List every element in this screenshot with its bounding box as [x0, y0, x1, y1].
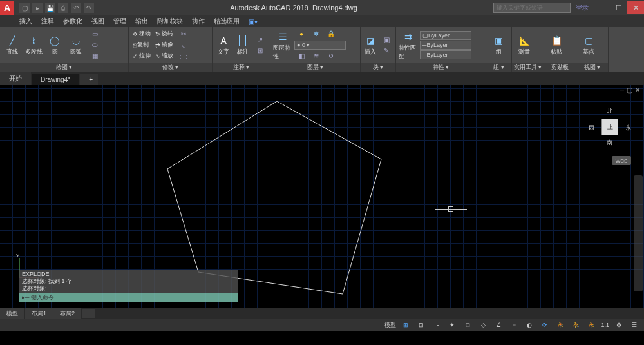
- command-input[interactable]: ▸─ 键入命令: [19, 293, 238, 302]
- viewcube-east[interactable]: 东: [625, 124, 631, 132]
- layer-match-icon[interactable]: ≋: [309, 51, 323, 61]
- layer-iso-icon[interactable]: ◧: [294, 51, 308, 61]
- layer-freeze-icon[interactable]: ❄: [309, 29, 323, 39]
- panel-draw-title[interactable]: 绘图 ▾: [0, 63, 128, 72]
- tab-layout1[interactable]: 布局1: [25, 308, 53, 319]
- viewcube-north[interactable]: 北: [607, 107, 612, 115]
- rotate-button[interactable]: ↻ 旋转: [154, 29, 175, 39]
- grid-toggle-icon[interactable]: ⊞: [400, 320, 412, 330]
- panel-props-title[interactable]: 特性 ▾: [396, 63, 486, 72]
- insert-button[interactable]: ◪插入: [363, 29, 377, 61]
- new-icon[interactable]: ▢: [19, 3, 30, 13]
- viewport-min-icon[interactable]: ─: [620, 86, 624, 94]
- tab-layout2[interactable]: 布局2: [53, 308, 81, 319]
- gear-icon[interactable]: ⚙: [613, 320, 625, 330]
- command-window[interactable]: EXPLODE选择对象: 找到 1 个选择对象: ▸─ 键入命令: [19, 270, 238, 302]
- group-button[interactable]: ▣组: [489, 29, 508, 61]
- viewcube-west[interactable]: 西: [589, 124, 594, 132]
- panel-group-title[interactable]: 组 ▾: [486, 63, 511, 72]
- drawing-canvas[interactable]: ─ ▢ ✕ 上 北 南 东 西 WCS YX EXPLODE选择对象: 找到 1…: [0, 85, 644, 308]
- layerprops-button[interactable]: ☰图层特性: [273, 29, 292, 61]
- array-icon[interactable]: ⋮⋮: [176, 51, 191, 61]
- tab-add-layout-icon[interactable]: +: [82, 309, 95, 318]
- person-icon[interactable]: ⛹: [554, 320, 566, 330]
- viewport-close-icon[interactable]: ✕: [635, 86, 640, 94]
- viewcube[interactable]: 上 北 南 东 西: [587, 104, 632, 150]
- panel-block-title[interactable]: 块 ▾: [361, 63, 395, 72]
- circle-button[interactable]: ◯圆: [45, 29, 64, 61]
- tab-model[interactable]: 模型: [0, 308, 24, 319]
- hatch-icon[interactable]: ▦: [88, 51, 102, 61]
- undo-icon[interactable]: ↶: [71, 3, 81, 13]
- menu-expand-icon[interactable]: ▣▾: [249, 18, 258, 25]
- lweight-dropdown[interactable]: ─ ByLayer: [420, 41, 471, 50]
- leader-icon[interactable]: ↗: [253, 34, 267, 44]
- panel-utils-title[interactable]: 实用工具 ▾: [512, 63, 544, 72]
- snap-toggle-icon[interactable]: ⊡: [415, 320, 427, 330]
- tab-new-icon[interactable]: +: [80, 74, 98, 85]
- ortho-toggle-icon[interactable]: └: [431, 320, 442, 330]
- wcs-badge[interactable]: WCS: [612, 156, 631, 165]
- fillet-icon[interactable]: ◟: [176, 40, 191, 50]
- dim-button[interactable]: ├┤标注: [234, 29, 252, 61]
- measure-button[interactable]: 📐测量: [515, 29, 534, 61]
- status-model[interactable]: 模型: [384, 321, 396, 330]
- customize-icon[interactable]: ☰: [629, 320, 640, 330]
- matchprops-button[interactable]: ⇉特性匹配: [399, 29, 418, 61]
- person2-icon[interactable]: ⛹: [570, 320, 582, 330]
- copy-button[interactable]: ⎘ 复制: [131, 40, 152, 50]
- panel-view-title[interactable]: 视图 ▾: [576, 63, 608, 72]
- osnap-toggle-icon[interactable]: □: [462, 320, 473, 330]
- tab-drawing4[interactable]: Drawing4*: [32, 74, 79, 85]
- help-search-input[interactable]: [493, 3, 571, 13]
- panel-layer-title[interactable]: 图层 ▾: [270, 63, 360, 72]
- saveas-icon[interactable]: ⎙: [58, 3, 68, 13]
- menu-featured[interactable]: 精选应用: [214, 17, 240, 26]
- scale-button[interactable]: ⤡ 缩放: [154, 51, 175, 61]
- layer-lock-icon[interactable]: 🔒: [324, 29, 338, 39]
- menu-output[interactable]: 输出: [135, 17, 148, 26]
- person3-icon[interactable]: ⛹: [585, 320, 597, 330]
- menu-view[interactable]: 视图: [91, 17, 104, 26]
- otrack-icon[interactable]: ∠: [493, 320, 504, 330]
- menu-manage[interactable]: 管理: [113, 17, 126, 26]
- line-button[interactable]: ╱直线: [3, 29, 22, 61]
- 3dosnap-icon[interactable]: ◇: [477, 320, 489, 330]
- panel-modify-title[interactable]: 修改 ▾: [129, 63, 212, 72]
- lweight-icon[interactable]: ≡: [508, 320, 520, 330]
- app-logo-icon[interactable]: A: [0, 1, 14, 15]
- open-icon[interactable]: ▸: [32, 3, 43, 13]
- block-create-icon[interactable]: ▣: [379, 34, 393, 44]
- redo-icon[interactable]: ↷: [84, 3, 94, 13]
- tab-start[interactable]: 开始: [0, 72, 31, 85]
- stretch-button[interactable]: ⤢ 拉伸: [131, 51, 152, 61]
- trim-icon[interactable]: ✂: [176, 29, 191, 39]
- nav-bar[interactable]: [634, 175, 643, 291]
- cycling-icon[interactable]: ⟳: [539, 320, 551, 330]
- ltype-dropdown[interactable]: ─ ByLayer: [420, 50, 471, 59]
- text-button[interactable]: A文字: [215, 29, 232, 61]
- arc-button[interactable]: ◡圆弧: [66, 29, 86, 61]
- polar-toggle-icon[interactable]: ✦: [446, 320, 458, 330]
- transparency-icon[interactable]: ◐: [524, 320, 535, 330]
- ellipse-icon[interactable]: ⬭: [88, 40, 102, 50]
- viewcube-south[interactable]: 南: [607, 139, 612, 147]
- table-icon[interactable]: ⊞: [253, 45, 267, 55]
- menu-insert[interactable]: 插入: [19, 17, 32, 26]
- menu-parametric[interactable]: 参数化: [63, 17, 82, 26]
- layer-prev-icon[interactable]: ↺: [324, 51, 338, 61]
- block-edit-icon[interactable]: ✎: [379, 45, 393, 55]
- polyline-button[interactable]: ⌇多段线: [24, 29, 43, 61]
- viewcube-top-face[interactable]: 上: [601, 119, 618, 135]
- minimize-icon[interactable]: ─: [594, 1, 611, 14]
- layer-dropdown[interactable]: ● 0 ▾: [294, 41, 346, 50]
- menu-collab[interactable]: 协作: [192, 17, 205, 26]
- base-button[interactable]: ▢基点: [579, 29, 598, 61]
- save-icon[interactable]: 💾: [45, 3, 55, 13]
- menu-annotate[interactable]: 注释: [41, 17, 54, 26]
- panel-clip-title[interactable]: 剪贴板: [544, 63, 576, 72]
- layer-off-icon[interactable]: ●: [294, 29, 308, 39]
- status-scale[interactable]: 1:1: [601, 322, 609, 328]
- menu-addins[interactable]: 附加模块: [157, 17, 183, 26]
- paste-button[interactable]: 📋粘贴: [547, 29, 566, 61]
